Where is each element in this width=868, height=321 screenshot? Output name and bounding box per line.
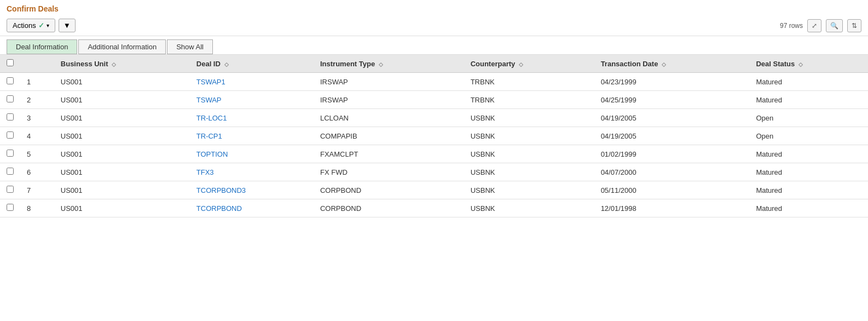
cell-deal-status: Matured [749,181,868,199]
row-checkbox-7[interactable] [7,186,14,193]
row-num: 3 [20,109,54,127]
col-header-instrument-type: Instrument Type ◇ [314,55,464,73]
cell-instrument-type: CORPBOND [314,181,464,199]
row-checkbox-2[interactable] [7,95,14,102]
actions-button[interactable]: Actions ✓ ▾ [7,19,55,32]
row-checkbox-cell [0,127,20,145]
cell-instrument-type: LCLOAN [314,109,464,127]
table-container: Business Unit ◇ Deal ID ◇ Instrument Typ… [0,55,868,217]
tab-show-all[interactable]: Show All [167,39,213,54]
deal-id-link[interactable]: TR-CP1 [196,132,222,140]
cell-counterparty: USBNK [464,199,594,217]
cell-transaction-date: 04/07/2000 [594,163,750,181]
cell-counterparty: TRBNK [464,91,594,109]
cell-deal-status: Matured [749,91,868,109]
col-header-num [20,55,54,73]
cell-counterparty: USBNK [464,163,594,181]
search-button[interactable]: 🔍 [826,19,843,32]
row-checkbox-4[interactable] [7,131,14,139]
select-all-header [0,55,20,73]
cell-business-unit: US001 [54,163,190,181]
row-checkbox-cell [0,91,20,109]
toolbar: Actions ✓ ▾ ▼ 97 rows ⤢ 🔍 ⇅ [0,15,868,36]
cell-deal-id: TCORPBOND [190,199,314,217]
row-checkbox-6[interactable] [7,168,14,175]
cell-deal-id: TR-CP1 [190,127,314,145]
row-num: 1 [20,73,54,91]
cell-counterparty: TRBNK [464,73,594,91]
cell-business-unit: US001 [54,109,190,127]
deal-id-link[interactable]: TOPTION [196,150,228,158]
col-header-business-unit: Business Unit ◇ [54,55,190,73]
table-row: 8 US001 TCORPBOND CORPBOND USBNK 12/01/1… [0,199,868,217]
row-num: 2 [20,91,54,109]
toolbar-left: Actions ✓ ▾ ▼ [7,19,76,32]
tab-additional-information[interactable]: Additional Information [78,39,166,54]
row-checkbox-8[interactable] [7,204,14,211]
row-checkbox-3[interactable] [7,113,14,121]
deal-id-link[interactable]: TSWAP1 [196,78,225,86]
deal-id-link[interactable]: TCORPBOND3 [196,186,246,194]
cell-transaction-date: 05/11/2000 [594,181,750,199]
row-checkbox-cell [0,109,20,127]
deal-id-link[interactable]: TCORPBOND [196,204,242,213]
cell-instrument-type: FXAMCLPT [314,145,464,163]
cell-business-unit: US001 [54,181,190,199]
cell-instrument-type: IRSWAP [314,73,464,91]
cell-deal-id: TSWAP1 [190,73,314,91]
col-header-deal-id: Deal ID ◇ [190,55,314,73]
cell-deal-status: Matured [749,145,868,163]
page-title: Confirm Deals [0,0,868,15]
deal-id-link[interactable]: TFX3 [196,168,214,176]
sort-button[interactable]: ⇅ [847,19,861,32]
cell-deal-status: Open [749,109,868,127]
sort-icon-instrument-type[interactable]: ◇ [379,61,383,67]
deal-id-link[interactable]: TR-LOC1 [196,114,227,122]
cell-transaction-date: 04/19/2005 [594,109,750,127]
sort-icon-deal-status[interactable]: ◇ [798,61,803,67]
export-button[interactable]: ⤢ [807,19,821,32]
col-header-deal-status: Deal Status ◇ [749,55,868,73]
table-row: 7 US001 TCORPBOND3 CORPBOND USBNK 05/11/… [0,181,868,199]
actions-label: Actions [13,21,36,30]
sort-icon-business-unit[interactable]: ◇ [112,61,116,67]
row-checkbox-cell [0,181,20,199]
cell-business-unit: US001 [54,73,190,91]
filter-button[interactable]: ▼ [59,19,76,32]
cell-transaction-date: 04/19/2005 [594,127,750,145]
cell-business-unit: US001 [54,199,190,217]
cell-counterparty: USBNK [464,181,594,199]
filter-icon: ▼ [63,21,71,30]
sort-icon: ⇅ [852,22,857,30]
row-checkbox-cell [0,145,20,163]
cell-instrument-type: CORPBOND [314,199,464,217]
cell-counterparty: USBNK [464,127,594,145]
cell-deal-status: Matured [749,163,868,181]
cell-counterparty: USBNK [464,145,594,163]
tabs-row: Deal Information Additional Information … [0,36,868,55]
cell-instrument-type: COMPAPIB [314,127,464,145]
cell-transaction-date: 04/23/1999 [594,73,750,91]
row-checkbox-1[interactable] [7,77,14,84]
cell-instrument-type: FX FWD [314,163,464,181]
cell-business-unit: US001 [54,127,190,145]
row-checkbox-5[interactable] [7,150,14,157]
col-header-transaction-date: Transaction Date ◇ [594,55,750,73]
export-icon: ⤢ [812,22,817,30]
cell-transaction-date: 04/25/1999 [594,91,750,109]
cell-deal-id: TOPTION [190,145,314,163]
deal-id-link[interactable]: TSWAP [196,96,222,104]
row-num: 7 [20,181,54,199]
sort-icon-deal-id[interactable]: ◇ [224,61,229,67]
deals-table: Business Unit ◇ Deal ID ◇ Instrument Typ… [0,55,868,217]
actions-dropdown-icon: ▾ [47,22,49,28]
select-all-checkbox[interactable] [7,59,14,66]
cell-deal-id: TSWAP [190,91,314,109]
table-header-row: Business Unit ◇ Deal ID ◇ Instrument Typ… [0,55,868,73]
sort-icon-transaction-date[interactable]: ◇ [662,61,666,67]
tab-deal-information[interactable]: Deal Information [7,39,77,54]
table-row: 4 US001 TR-CP1 COMPAPIB USBNK 04/19/2005… [0,127,868,145]
table-row: 2 US001 TSWAP IRSWAP TRBNK 04/25/1999 Ma… [0,91,868,109]
rows-count: 97 rows [780,22,803,30]
sort-icon-counterparty[interactable]: ◇ [519,61,523,67]
